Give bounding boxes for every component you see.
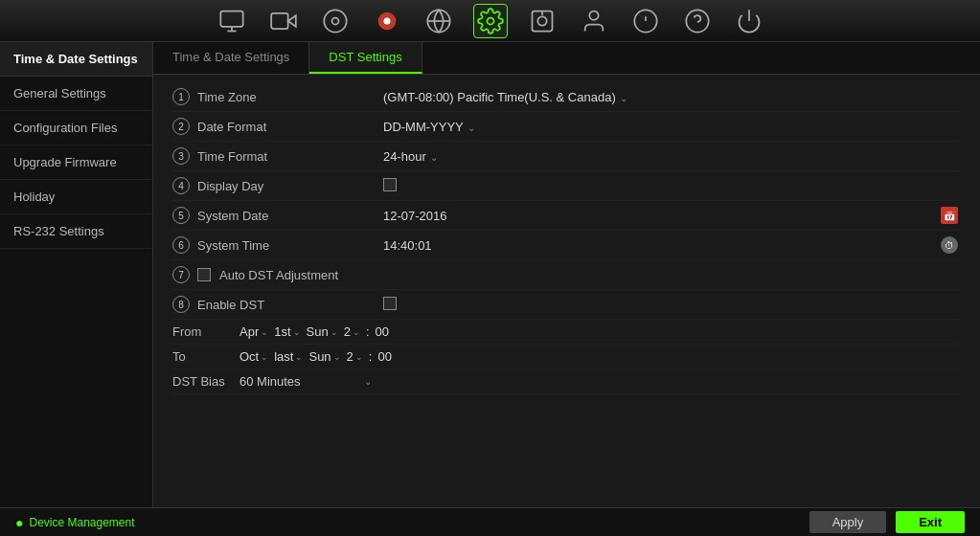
setting-row-timezone: 1 Time Zone (GMT-08:00) Pacific Time(U.S…: [172, 82, 961, 112]
disk-icon[interactable]: [318, 4, 353, 38]
help-nav-icon[interactable]: [680, 4, 715, 38]
dst-bias-arrow[interactable]: ⌄: [364, 376, 372, 387]
svg-point-14: [589, 11, 598, 19]
setting-row-sysdate: 5 System Date 12-07-2016 📅: [172, 201, 961, 231]
setting-row-displayday: 4 Display Day: [172, 171, 961, 201]
label-autodst: Auto DST Adjustment: [219, 268, 338, 282]
value-systime: 14:40:01: [383, 238, 938, 253]
dst-from-week[interactable]: 1st⌄: [274, 324, 300, 339]
checkbox-enabledst[interactable]: [383, 297, 397, 310]
sidebar: Time & Date Settings General Settings Co…: [0, 42, 153, 507]
value-dateformat[interactable]: DD-MM-YYYY⌄: [383, 120, 961, 134]
setting-row-enabledst: 8 Enable DST: [172, 290, 961, 320]
label-sysdate: System Date: [197, 209, 268, 223]
dst-to-day[interactable]: Sun⌄: [308, 349, 340, 364]
dst-to-row: To Oct⌄ last⌄ Sun⌄ 2⌄: [172, 345, 961, 369]
calendar-icon[interactable]: 📅: [941, 207, 958, 224]
record-icon[interactable]: [370, 4, 404, 38]
row-num-2: 2: [172, 118, 190, 135]
svg-point-18: [686, 10, 708, 32]
dst-bias-label: DST Bias: [172, 374, 239, 389]
value-displayday: [383, 178, 961, 194]
svg-point-5: [331, 17, 338, 24]
monitor-icon[interactable]: [215, 4, 249, 38]
row-num-8: 8: [172, 296, 190, 313]
value-sysdate: 12-07-2016: [383, 209, 938, 223]
value-enabledst: [383, 297, 961, 313]
dst-from-row: From Apr⌄ 1st⌄ Sun⌄ 2⌄: [172, 320, 961, 345]
exit-button[interactable]: Exit: [896, 511, 965, 533]
value-timezone[interactable]: (GMT-08:00) Pacific Time(U.S. & Canada)⌄: [383, 90, 961, 104]
setting-row-autodst: 7 Auto DST Adjustment: [172, 260, 961, 290]
dst-from-day[interactable]: Sun⌄: [307, 324, 338, 339]
dst-from-min: 00: [376, 324, 389, 339]
sidebar-item-holiday[interactable]: Holiday: [0, 180, 152, 214]
row-num-6: 6: [172, 236, 190, 254]
row-num-5: 5: [172, 207, 190, 224]
dst-to-hour[interactable]: 2⌄: [347, 349, 363, 364]
label-displayday: Display Day: [197, 179, 263, 193]
svg-point-10: [487, 17, 493, 24]
clock-icon[interactable]: ⏱: [941, 236, 958, 254]
action-buttons: Apply Exit: [809, 511, 965, 533]
value-timeformat[interactable]: 24-hour⌄: [383, 149, 961, 164]
dst-from-hour[interactable]: 2⌄: [344, 324, 360, 339]
playback-icon[interactable]: [525, 4, 559, 38]
dst-to-month[interactable]: Oct⌄: [239, 349, 268, 364]
info-nav-icon[interactable]: [628, 4, 663, 38]
label-timeformat: Time Format: [197, 149, 267, 164]
dst-from-month[interactable]: Apr⌄: [239, 324, 268, 339]
label-systime: System Time: [197, 238, 269, 253]
settings-main-icon[interactable]: [473, 4, 508, 38]
tab-dst-settings[interactable]: DST Settings: [309, 42, 422, 74]
colon-to: :: [369, 349, 373, 364]
checkbox-displayday[interactable]: [383, 178, 397, 191]
label-timezone: Time Zone: [197, 90, 257, 104]
label-enabledst: Enable DST: [197, 298, 264, 312]
device-management-label: ● Device Management: [15, 515, 135, 530]
label-dateformat: Date Format: [197, 120, 266, 134]
colon-from: :: [366, 324, 370, 339]
apply-button[interactable]: Apply: [809, 511, 887, 533]
tab-bar: Time & Date Settings DST Settings: [153, 42, 980, 75]
svg-point-12: [537, 16, 546, 25]
dst-bias-value: 60 Minutes: [239, 374, 301, 389]
dst-to-label: To: [172, 349, 239, 364]
row-num-7: 7: [172, 266, 190, 283]
sidebar-item-general[interactable]: General Settings: [0, 77, 152, 111]
checkbox-autodst[interactable]: [197, 268, 211, 281]
row-num-3: 3: [172, 147, 190, 165]
shutdown-icon[interactable]: [732, 4, 766, 38]
sidebar-item-firmware[interactable]: Upgrade Firmware: [0, 145, 152, 180]
settings-body: 1 Time Zone (GMT-08:00) Pacific Time(U.S…: [153, 75, 980, 402]
content-area: Time & Date Settings DST Settings 1 Time…: [153, 42, 980, 507]
setting-row-systime: 6 System Time 14:40:01 ⏱: [172, 231, 961, 260]
camera-icon[interactable]: [266, 4, 301, 38]
setting-row-dateformat: 2 Date Format DD-MM-YYYY⌄: [172, 112, 961, 142]
sidebar-item-rs232[interactable]: RS-232 Settings: [0, 214, 152, 249]
dst-from-label: From: [172, 324, 239, 339]
svg-rect-3: [271, 12, 288, 28]
network-icon[interactable]: [422, 4, 456, 38]
bottom-bar: ● Device Management Apply Exit: [0, 507, 980, 536]
top-nav: [0, 0, 980, 42]
user-nav-icon[interactable]: [577, 4, 611, 38]
svg-point-4: [324, 10, 346, 32]
sidebar-item-time-date[interactable]: Time & Date Settings: [0, 42, 152, 77]
row-num-4: 4: [172, 177, 190, 194]
svg-point-7: [383, 17, 390, 24]
row-num-1: 1: [172, 88, 190, 105]
sidebar-item-config[interactable]: Configuration Files: [0, 111, 152, 145]
dst-to-week[interactable]: last⌄: [274, 349, 303, 364]
tab-time-date[interactable]: Time & Date Settings: [153, 42, 309, 74]
dst-to-min: 00: [377, 349, 391, 364]
dst-bias-row: DST Bias 60 Minutes ⌄: [172, 369, 961, 394]
setting-row-timeformat: 3 Time Format 24-hour⌄: [172, 142, 961, 171]
svg-rect-0: [220, 11, 242, 26]
